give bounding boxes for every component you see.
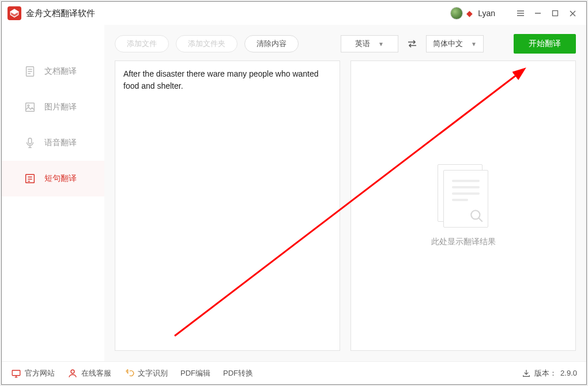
sidebar-item-label: 短句翻译	[44, 173, 77, 184]
minimize-button[interactable]	[530, 5, 546, 21]
menu-button[interactable]	[512, 5, 529, 21]
avatar	[450, 7, 463, 20]
app-logo-icon	[7, 6, 21, 20]
sidebar-item-image[interactable]: 图片翻译	[2, 89, 104, 125]
chevron-down-icon: ▼	[378, 41, 384, 47]
swap-languages-button[interactable]	[405, 40, 419, 48]
maximize-button[interactable]	[547, 5, 563, 21]
svg-point-22	[471, 210, 480, 219]
version-info[interactable]: 版本： 2.9.0	[522, 368, 577, 379]
svg-point-14	[28, 105, 29, 107]
output-pane: 此处显示翻译结果	[350, 60, 576, 351]
target-language-label: 简体中文	[433, 39, 463, 49]
svg-rect-13	[26, 103, 35, 112]
main-content: 添加文件 添加文件夹 清除内容 英语 ▼ 简体中文 ▼ 开始翻译 After	[104, 25, 586, 361]
footer-ocr[interactable]: 文字识别	[124, 368, 168, 379]
footer-support[interactable]: 在线客服	[67, 368, 111, 379]
sidebar: 文档翻译 图片翻译 语音翻译 短句翻译	[2, 25, 104, 361]
clear-button[interactable]: 清除内容	[244, 35, 299, 52]
input-pane[interactable]: After the disaster there ware many peopl…	[115, 60, 340, 351]
svg-line-23	[478, 218, 483, 222]
app-window: 金舟文档翻译软件 ◆ Lyan 文档翻	[1, 1, 587, 385]
svg-point-27	[71, 370, 74, 373]
app-title: 金舟文档翻译软件	[26, 8, 95, 19]
sidebar-item-sentence[interactable]: 短句翻译	[2, 161, 104, 196]
download-icon	[522, 369, 531, 378]
footer-pdf-edit[interactable]: PDF编辑	[180, 368, 210, 379]
svg-rect-15	[28, 138, 32, 144]
chevron-down-icon: ▼	[471, 41, 477, 47]
sidebar-item-label: 图片翻译	[44, 102, 77, 112]
add-folder-button[interactable]: 添加文件夹	[176, 35, 238, 52]
sidebar-item-document[interactable]: 文档翻译	[2, 54, 104, 89]
target-language-select[interactable]: 简体中文 ▼	[426, 35, 484, 52]
sidebar-item-voice[interactable]: 语音翻译	[2, 125, 104, 161]
svg-rect-6	[553, 11, 558, 16]
titlebar: 金舟文档翻译软件 ◆ Lyan	[2, 2, 586, 25]
username: Lyan	[478, 9, 495, 18]
toolbar: 添加文件 添加文件夹 清除内容 英语 ▼ 简体中文 ▼ 开始翻译	[115, 34, 576, 54]
source-language-select[interactable]: 英语 ▼	[341, 35, 398, 52]
user-area[interactable]: ◆ Lyan	[450, 7, 495, 20]
window-controls	[512, 5, 581, 21]
start-translate-button[interactable]: 开始翻译	[514, 34, 576, 54]
footer: 官方网站 在线客服 文字识别 PDF编辑 PDF转换 版本： 2.9.0	[2, 361, 586, 384]
source-language-label: 英语	[355, 39, 370, 49]
sidebar-item-label: 文档翻译	[44, 66, 77, 77]
add-file-button[interactable]: 添加文件	[115, 35, 169, 52]
panes: After the disaster there ware many peopl…	[115, 60, 576, 351]
footer-official-site[interactable]: 官方网站	[11, 368, 55, 379]
close-button[interactable]	[564, 5, 581, 21]
gem-icon: ◆	[466, 9, 473, 18]
sidebar-item-label: 语音翻译	[44, 138, 77, 148]
output-placeholder-text: 此处显示翻译结果	[431, 236, 496, 248]
document-placeholder-icon	[438, 164, 489, 228]
body: 文档翻译 图片翻译 语音翻译 短句翻译 添加文件 添加文件夹 清除内容	[2, 25, 586, 361]
footer-pdf-convert[interactable]: PDF转换	[223, 368, 253, 379]
svg-rect-24	[12, 370, 20, 375]
